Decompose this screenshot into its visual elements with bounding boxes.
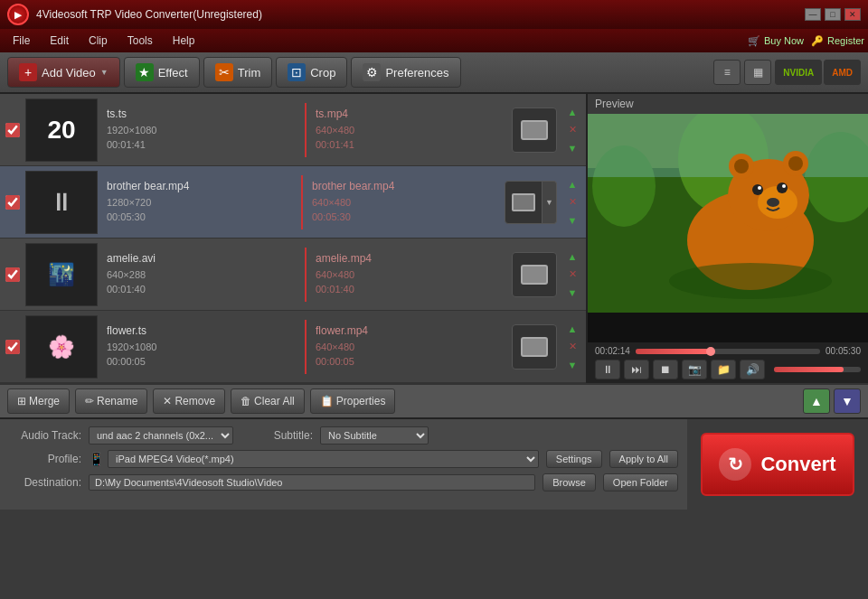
- menu-tools[interactable]: Tools: [118, 33, 162, 49]
- maximize-button[interactable]: □: [825, 8, 841, 21]
- row-down-2[interactable]: ▼: [564, 212, 580, 229]
- row-actions-1: ▲ ✕ ▼: [564, 104, 580, 156]
- crop-button[interactable]: ⊡ Crop: [276, 57, 347, 88]
- thumbnail-2: ⏸: [25, 171, 98, 234]
- rename-label: Rename: [97, 395, 137, 407]
- window-controls: — □ ✕: [805, 8, 861, 21]
- properties-button[interactable]: 📋 Properties: [310, 388, 396, 414]
- audio-subtitle-row: Audio Track: und aac 2 channels (0x2... …: [9, 426, 678, 445]
- volume-button[interactable]: 🔊: [740, 360, 765, 379]
- convert-section: ↻ Convert: [687, 419, 868, 510]
- format-dropdown-2: ▼: [505, 181, 557, 224]
- trim-icon: ✂: [215, 63, 233, 81]
- format-drop-2[interactable]: ▼: [542, 181, 557, 224]
- crop-label: Crop: [310, 66, 335, 80]
- volume-track[interactable]: [774, 367, 861, 372]
- apply-to-all-button[interactable]: Apply to All: [609, 450, 678, 468]
- effect-button[interactable]: ★ Effect: [124, 57, 200, 88]
- output-meta-1: 640×480 00:01:41: [316, 123, 505, 153]
- tablet-icon-2: [512, 193, 535, 211]
- row-checkbox-3[interactable]: [5, 267, 20, 282]
- nvidia-button[interactable]: NVIDIA: [775, 60, 822, 85]
- format-button-1[interactable]: [512, 108, 557, 153]
- format-main-2[interactable]: [505, 181, 542, 224]
- row-checkbox-2[interactable]: [5, 195, 20, 210]
- audio-track-select[interactable]: und aac 2 channels (0x2...: [89, 426, 233, 445]
- menu-edit[interactable]: Edit: [41, 33, 78, 49]
- step-forward-button[interactable]: ⏭: [624, 360, 649, 379]
- screenshot-button[interactable]: 📷: [682, 360, 707, 379]
- properties-label: Properties: [336, 395, 386, 407]
- format-button-3[interactable]: [512, 252, 557, 297]
- file-info-4: flower.ts 1920×1080 00:00:05: [107, 324, 296, 370]
- menu-items: File Edit Clip Tools Help: [4, 33, 203, 49]
- menu-file[interactable]: File: [4, 33, 39, 49]
- settings-button[interactable]: Settings: [546, 450, 602, 468]
- file-meta-4: 1920×1080 00:00:05: [107, 340, 296, 370]
- row-delete-1[interactable]: ✕: [564, 122, 580, 138]
- row-delete-2[interactable]: ✕: [564, 194, 580, 211]
- svg-rect-5: [588, 114, 868, 177]
- close-button[interactable]: ✕: [844, 8, 861, 21]
- format-button-4[interactable]: [512, 324, 557, 370]
- add-video-dropdown-arrow[interactable]: ▼: [100, 68, 108, 77]
- row-up-3[interactable]: ▲: [564, 248, 580, 265]
- row-checkbox-1[interactable]: [5, 123, 20, 137]
- amd-button[interactable]: AMD: [824, 60, 861, 85]
- pause-button[interactable]: ⏸: [595, 360, 620, 379]
- preferences-button[interactable]: ⚙ Preferences: [351, 57, 460, 88]
- file-meta-3: 640×288 00:01:40: [107, 267, 296, 297]
- filename-1: ts.ts: [107, 108, 296, 120]
- merge-button[interactable]: ⊞ Merge: [7, 388, 70, 414]
- preferences-icon: ⚙: [363, 63, 381, 81]
- output-info-4: flower.mp4 640×480 00:00:05: [316, 324, 505, 370]
- profile-select[interactable]: iPad MPEG4 Video(*.mp4): [108, 450, 539, 468]
- open-folder-button[interactable]: Open Folder: [603, 473, 678, 491]
- row-down-4[interactable]: ▼: [564, 357, 580, 373]
- divider-2: [301, 175, 303, 229]
- bottom-toolbar: ⊞ Merge ✏ Rename ✕ Remove 🗑 Clear All 📋 …: [0, 383, 868, 419]
- menu-right: Buy Now Register: [748, 35, 864, 47]
- stop-button[interactable]: ⏹: [653, 360, 678, 379]
- file-info-3: amelie.avi 640×288 00:01:40: [107, 252, 296, 297]
- svg-point-13: [752, 184, 763, 195]
- buy-now-button[interactable]: Buy Now: [748, 35, 804, 47]
- merge-icon: ⊞: [17, 395, 26, 407]
- convert-button[interactable]: ↻ Convert: [701, 433, 854, 496]
- row-delete-4[interactable]: ✕: [564, 339, 580, 355]
- row-down-3[interactable]: ▼: [564, 285, 580, 301]
- remove-button[interactable]: ✕ Remove: [153, 388, 225, 414]
- rename-button[interactable]: ✏ Rename: [75, 388, 147, 414]
- volume-fill: [774, 367, 844, 372]
- add-video-button[interactable]: + Add Video ▼: [7, 57, 120, 88]
- clear-all-button[interactable]: 🗑 Clear All: [231, 388, 305, 414]
- row-up-2[interactable]: ▲: [564, 176, 580, 192]
- output-name-4: flower.mp4: [316, 324, 505, 337]
- grid-view-button[interactable]: ▦: [744, 60, 771, 85]
- menu-help[interactable]: Help: [164, 33, 204, 49]
- minimize-button[interactable]: —: [805, 8, 821, 21]
- table-row: ⏸ brother bear.mp4 1280×720 00:05:30 bro…: [0, 166, 586, 239]
- move-up-button[interactable]: ▲: [803, 388, 830, 414]
- row-delete-3[interactable]: ✕: [564, 267, 580, 283]
- file-meta-1: 1920×1080 00:01:41: [107, 123, 296, 153]
- row-checkbox-4[interactable]: [5, 340, 20, 354]
- preview-video: [588, 114, 868, 342]
- menu-clip[interactable]: Clip: [80, 33, 117, 49]
- menubar: File Edit Clip Tools Help Buy Now Regist…: [0, 29, 868, 52]
- progress-track[interactable]: [636, 349, 820, 354]
- row-up-1[interactable]: ▲: [564, 104, 580, 120]
- move-down-button[interactable]: ▼: [834, 388, 861, 414]
- output-name-2: brother bear.mp4: [312, 180, 497, 192]
- destination-input[interactable]: [89, 474, 535, 491]
- row-down-1[interactable]: ▼: [564, 140, 580, 156]
- folder-button[interactable]: 📁: [711, 360, 736, 379]
- file-list: 20 ts.ts 1920×1080 00:01:41 ts.mp4 640×4…: [0, 94, 588, 383]
- trim-button[interactable]: ✂ Trim: [203, 57, 273, 88]
- row-up-4[interactable]: ▲: [564, 321, 580, 337]
- browse-button[interactable]: Browse: [542, 473, 596, 491]
- register-button[interactable]: Register: [811, 35, 864, 47]
- list-view-button[interactable]: ≡: [713, 60, 741, 85]
- subtitle-select[interactable]: No Subtitle: [320, 426, 429, 445]
- divider-3: [305, 248, 307, 302]
